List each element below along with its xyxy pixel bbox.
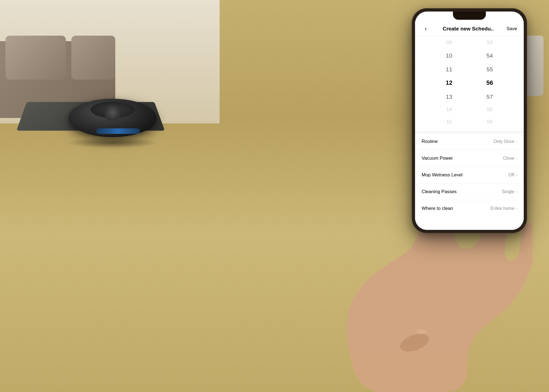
save-button[interactable]: Save [506, 26, 517, 32]
back-button[interactable]: ‹ [422, 25, 430, 33]
minute-picker-column[interactable]: 53 54 55 56 57 58 59 [472, 36, 507, 128]
robot-indicator [96, 128, 140, 134]
mop-wetness-label: Mop Wetness Level [422, 172, 463, 178]
phone: ‹ Create new Schedu.. Save 09 10 11 12 1… [412, 8, 527, 233]
hour-item: 09 [432, 36, 467, 49]
robot-shadow [66, 137, 159, 148]
routine-label: Routine [422, 139, 438, 144]
settings-list: Routine Only Once › Vacuum Power Close ›… [415, 133, 524, 230]
vacuum-power-chevron-icon: › [516, 156, 517, 160]
hour-item: 13 [432, 90, 467, 103]
cleaning-passes-label: Cleaning Passes [422, 189, 457, 194]
where-to-clean-value: Entire home [491, 206, 514, 211]
page-title: Create new Schedu.. [443, 26, 494, 32]
hour-picker-column[interactable]: 09 10 11 12 13 14 15 [432, 36, 467, 128]
minute-item: 59 [472, 116, 507, 128]
vacuum-power-value: Close [503, 156, 514, 161]
minute-item: 57 [472, 90, 507, 103]
back-icon: ‹ [425, 25, 427, 32]
hour-item: 10 [432, 49, 467, 62]
sofa-cushion-left [5, 36, 66, 80]
vacuum-power-setting[interactable]: Vacuum Power Close › [415, 150, 524, 167]
minute-item: 58 [472, 103, 507, 116]
routine-value-row: Only Once › [494, 139, 517, 144]
mop-wetness-value: Off [508, 173, 514, 177]
minute-item: 54 [472, 49, 507, 62]
phone-screen: ‹ Create new Schedu.. Save 09 10 11 12 1… [415, 12, 524, 230]
minute-item: 55 [472, 63, 507, 76]
hour-item-selected: 12 [432, 76, 467, 90]
routine-setting[interactable]: Routine Only Once › [415, 133, 524, 150]
cleaning-passes-chevron-icon: › [516, 190, 517, 194]
robot-button [104, 104, 121, 121]
app-header: ‹ Create new Schedu.. Save [415, 20, 524, 36]
cleaning-passes-value: Single [502, 189, 514, 194]
routine-chevron-icon: › [516, 139, 517, 144]
mop-wetness-setting[interactable]: Mop Wetness Level Off › [415, 167, 524, 184]
time-picker-inner: 09 10 11 12 13 14 15 53 54 55 56 57 [415, 36, 524, 128]
vacuum-power-value-row: Close › [503, 156, 517, 161]
robot-body [69, 99, 156, 137]
where-to-clean-label: Where to clean [422, 206, 453, 211]
minute-item: 53 [472, 36, 507, 49]
robot-vacuum [63, 99, 162, 148]
where-to-clean-setting[interactable]: Where to clean Entire home › [415, 200, 524, 217]
hour-item: 15 [432, 116, 467, 128]
where-to-clean-value-row: Entire home › [491, 206, 517, 211]
mop-wetness-value-row: Off › [508, 173, 517, 177]
cleaning-passes-value-row: Single › [502, 189, 517, 194]
routine-value: Only Once [494, 139, 514, 144]
minute-item-selected: 56 [472, 76, 507, 90]
sofa-cushion-right [71, 36, 115, 80]
hour-item: 11 [432, 63, 467, 76]
time-picker[interactable]: 09 10 11 12 13 14 15 53 54 55 56 57 [415, 36, 524, 131]
app-content: ‹ Create new Schedu.. Save 09 10 11 12 1… [415, 20, 524, 230]
hour-item: 14 [432, 103, 467, 116]
vacuum-power-label: Vacuum Power [422, 156, 453, 161]
phone-notch [453, 12, 486, 20]
where-to-clean-chevron-icon: › [516, 206, 517, 211]
mop-wetness-chevron-icon: › [516, 173, 517, 177]
cleaning-passes-setting[interactable]: Cleaning Passes Single › [415, 184, 524, 200]
